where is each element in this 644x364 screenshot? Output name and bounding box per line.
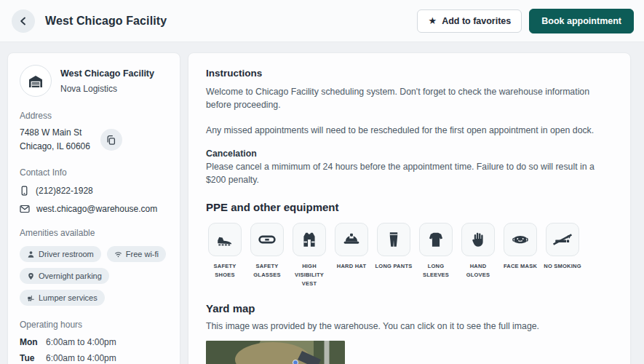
back-button[interactable] <box>12 9 35 33</box>
hours-row: Mon 6:00am to 4:00pm <box>20 337 168 347</box>
copy-address-button[interactable] <box>100 129 122 151</box>
phone-number: (212)822-1928 <box>36 186 93 196</box>
no-smoking-icon <box>553 230 572 249</box>
chevron-left-icon <box>17 15 30 28</box>
ppe-item-safety-shoes: SAFETY SHOES <box>206 223 244 288</box>
add-to-favorites-button[interactable]: ★ Add to favorites <box>417 9 522 33</box>
ppe-tile <box>250 223 284 256</box>
ppe-tile <box>293 223 326 256</box>
ppe-label: LONG PANTS <box>375 262 413 271</box>
instructions-title: Instructions <box>206 68 613 79</box>
high-visibility-vest-icon <box>300 230 319 249</box>
ppe-tile <box>461 223 495 256</box>
long-pants-icon <box>384 230 403 249</box>
safety-glasses-icon <box>258 230 277 249</box>
facility-company: Nova Logistics <box>60 84 154 94</box>
ppe-label: SAFETY SHOES <box>206 262 244 280</box>
email-icon <box>20 205 30 213</box>
address-text: 7488 W Main St Chicago, IL 60606 <box>20 126 90 154</box>
hours-time: 6:00am to 4:00pm <box>46 337 116 347</box>
email-address: west.chicago@warehouse.com <box>36 204 157 214</box>
operating-hours-label: Operating hours <box>20 320 168 330</box>
wifi-icon <box>114 250 122 258</box>
ppe-label: HARD HAT <box>337 262 366 271</box>
map-pin-icon <box>27 272 35 280</box>
ppe-tile <box>335 223 368 256</box>
facility-details-card: Instructions Welcome to Chicago Facility… <box>188 52 631 364</box>
instructions-paragraph-1: Welcome to Chicago Facility scheduling s… <box>206 86 613 112</box>
add-to-favorites-label: Add to favorites <box>442 16 511 26</box>
copy-icon <box>106 135 116 146</box>
ppe-label: HAND GLOVES <box>459 262 497 280</box>
book-appointment-button[interactable]: Book appointment <box>529 9 634 33</box>
ppe-label: HIGH VISIBILITY VEST <box>290 262 328 288</box>
hours-day: Mon <box>20 337 46 347</box>
long-sleeves-icon <box>426 230 445 249</box>
face-mask-icon <box>511 230 530 249</box>
yard-map-title: Yard map <box>206 302 613 314</box>
yard-map-caption: This image was provided by the warehouse… <box>206 321 613 331</box>
amenity-chip-driver-restroom: Driver restroom <box>20 246 101 262</box>
operating-hours-table: Mon 6:00am to 4:00pm Tue 6:00am to 4:00p… <box>20 337 168 364</box>
amenity-chip-lumper-services: Lumper services <box>20 290 105 306</box>
hours-day: Tue <box>20 353 46 363</box>
cancelation-text: Please cancel a mimimum of 24 hours befo… <box>206 161 613 187</box>
cancelation-title: Cancelation <box>206 149 613 159</box>
satellite-map: Cummings Aerospace DRS Technologies Reds… <box>206 341 345 364</box>
ppe-label: FACE MASK <box>504 262 537 271</box>
ppe-tile <box>419 223 453 256</box>
ppe-label: NO SMOKING <box>544 262 581 271</box>
ppe-tile <box>208 223 242 256</box>
warehouse-icon <box>28 73 44 89</box>
safety-shoes-icon <box>215 230 234 249</box>
email-row: west.chicago@warehouse.com <box>20 204 168 214</box>
ppe-item-face-mask: FACE MASK <box>501 223 539 288</box>
ppe-tile <box>377 223 410 256</box>
top-bar: West Chicago Facility ★ Add to favorites… <box>0 0 644 42</box>
hard-hat-icon <box>342 230 361 249</box>
ppe-item-long-pants: LONG PANTS <box>375 223 413 288</box>
amenities-list: Driver restroom Free wi-fi Overnight par… <box>20 246 168 306</box>
ppe-item-long-sleeves: LONG SLEEVES <box>417 223 455 288</box>
hand-gloves-icon <box>469 230 488 249</box>
page-title: West Chicago Facility <box>45 15 167 28</box>
ppe-tile <box>546 223 579 256</box>
content-area: West Chicago Facility Nova Logistics Add… <box>0 42 644 364</box>
facility-name: West Chicago Facility <box>60 68 154 80</box>
ppe-item-high-visibility-vest: HIGH VISIBILITY VEST <box>290 223 328 288</box>
ppe-title: PPE and other equipment <box>206 201 613 213</box>
person-icon <box>27 250 35 258</box>
ppe-label: LONG SLEEVES <box>417 262 455 280</box>
topbar-actions: ★ Add to favorites Book appointment <box>417 9 634 33</box>
address-line2: Chicago, IL 60606 <box>20 140 90 154</box>
amenity-chip-free-wifi: Free wi-fi <box>107 246 166 262</box>
ppe-label: SAFETY GLASSES <box>248 262 286 280</box>
amenity-label: Driver restroom <box>39 250 94 258</box>
ppe-list: SAFETY SHOES SAFETY GLASSES <box>206 223 613 288</box>
address-line1: 7488 W Main St <box>20 126 90 140</box>
amenity-chip-overnight-parking: Overnight parking <box>20 268 109 284</box>
forklift-icon <box>27 294 35 302</box>
address-label: Address <box>20 111 168 121</box>
ppe-item-hand-gloves: HAND GLOVES <box>459 223 497 288</box>
amenities-label: Amenities available <box>20 228 168 238</box>
ppe-tile <box>504 223 537 256</box>
ppe-item-hard-hat: HARD HAT <box>333 223 370 288</box>
ppe-item-no-smoking: NO SMOKING <box>544 223 581 288</box>
star-icon: ★ <box>428 16 437 25</box>
amenity-label: Free wi-fi <box>126 250 159 258</box>
facility-identity: West Chicago Facility Nova Logistics <box>60 68 154 94</box>
facility-info-card: West Chicago Facility Nova Logistics Add… <box>7 52 180 364</box>
yard-map-image[interactable]: Cummings Aerospace DRS Technologies Reds… <box>206 341 345 364</box>
instructions-paragraph-2: Any missed appointments will need to be … <box>206 124 613 138</box>
hours-time: 6:00am to 4:00pm <box>46 353 116 363</box>
amenity-label: Lumper services <box>39 293 98 302</box>
phone-row: (212)822-1928 <box>20 186 168 196</box>
phone-icon <box>20 186 29 196</box>
hours-row: Tue 6:00am to 4:00pm <box>20 353 168 363</box>
avatar <box>20 65 52 97</box>
facility-header: West Chicago Facility Nova Logistics <box>20 65 168 97</box>
address-row: 7488 W Main St Chicago, IL 60606 <box>20 126 168 154</box>
contact-label: Contact Info <box>20 167 168 178</box>
amenity-label: Overnight parking <box>39 272 102 280</box>
